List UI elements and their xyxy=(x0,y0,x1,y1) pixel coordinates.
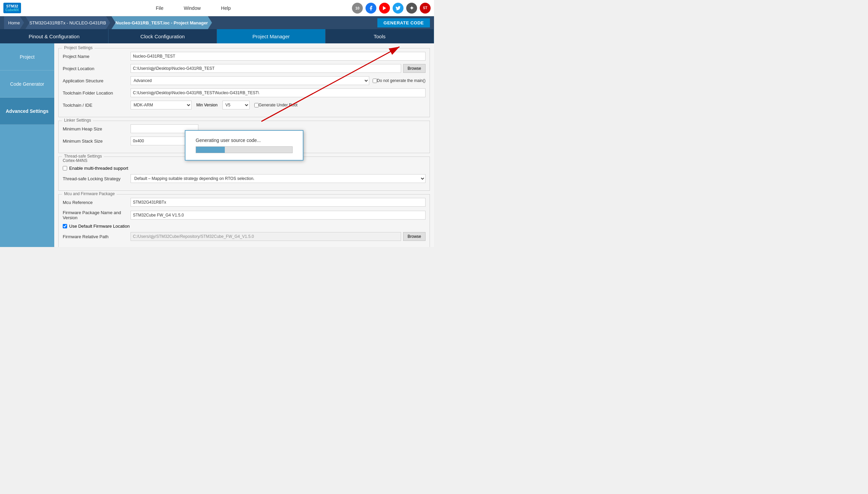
progress-dialog: Generating user source code... xyxy=(185,130,303,160)
breadcrumb-bar: Home STM32G431RBTx - NUCLEO-G431RB Nucle… xyxy=(0,16,434,29)
menu-file[interactable]: File xyxy=(155,5,163,11)
main-menu: File Window Help xyxy=(35,5,352,11)
tab-tools[interactable]: Tools xyxy=(326,29,434,43)
twitter-icon[interactable] xyxy=(393,3,404,14)
tab-bar: Pinout & Configuration Clock Configurati… xyxy=(0,29,434,43)
network-icon[interactable]: ✦ xyxy=(406,3,417,14)
logo-stm-text: STM32 xyxy=(6,4,18,8)
sidebar-item-project[interactable]: Project xyxy=(0,43,54,71)
svg-marker-0 xyxy=(383,6,386,10)
breadcrumb-board[interactable]: STM32G431RBTx - NUCLEO-G431RB xyxy=(25,16,110,29)
menu-help[interactable]: Help xyxy=(221,5,231,11)
main-layout: Project Code Generator Advanced Settings… xyxy=(0,43,434,247)
st-logo-icon: ST xyxy=(420,3,431,14)
sidebar: Project Code Generator Advanced Settings xyxy=(0,43,54,247)
menu-window[interactable]: Window xyxy=(184,5,201,11)
tab-pinout[interactable]: Pinout & Configuration xyxy=(0,29,109,43)
logo-cube-text: CubeMX xyxy=(5,8,19,12)
progress-text: Generating user source code... xyxy=(196,137,293,143)
progress-bar xyxy=(196,147,225,153)
breadcrumb-home[interactable]: Home xyxy=(4,16,24,29)
anniversary-icon: 10 xyxy=(352,3,363,14)
progress-bar-container xyxy=(196,146,293,153)
stm32-logo: STM32 CubeMX xyxy=(3,3,21,13)
menu-bar: STM32 CubeMX File Window Help 10 ✦ ST xyxy=(0,0,434,16)
sidebar-item-code-generator[interactable]: Code Generator xyxy=(0,71,54,98)
breadcrumb-project[interactable]: Nucleo-G431RB_TEST.ioc - Project Manager xyxy=(112,16,212,29)
generate-code-button[interactable]: GENERATE CODE xyxy=(377,18,430,27)
progress-overlay: Generating user source code... xyxy=(54,43,434,247)
tab-project-manager[interactable]: Project Manager xyxy=(217,29,326,43)
tab-clock[interactable]: Clock Configuration xyxy=(109,29,217,43)
facebook-icon[interactable] xyxy=(366,3,376,14)
content-area: Project Settings Project Name Project Lo… xyxy=(54,43,434,247)
sidebar-item-advanced-settings[interactable]: Advanced Settings xyxy=(0,98,54,125)
toolbar-right: 10 ✦ ST xyxy=(352,3,431,14)
youtube-icon[interactable] xyxy=(379,3,390,14)
logo-area: STM32 CubeMX xyxy=(3,3,21,13)
